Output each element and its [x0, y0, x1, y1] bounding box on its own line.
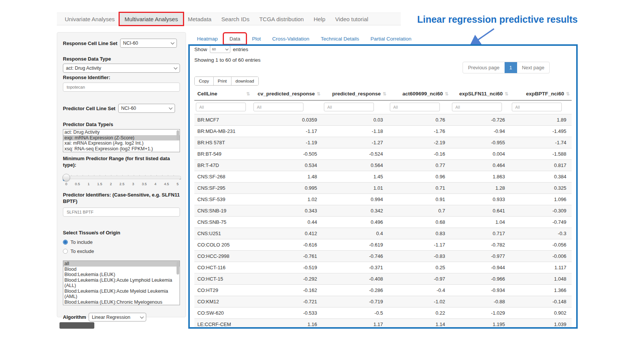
value-cell: 0.384 — [510, 171, 572, 183]
chevron-down-icon — [225, 47, 228, 50]
listbox-option-blood-leukemia-leuk[interactable]: Blood:Leukemia (LEUK) — [63, 272, 180, 278]
value-cell: -1.17 — [252, 126, 322, 137]
tab-cross-validation[interactable]: Cross-Validation — [267, 33, 315, 44]
response-cell-line-set-label: Response Cell Line Set — [63, 40, 117, 47]
sort-icon[interactable]: ⇅ — [246, 91, 250, 97]
value-cell: 0.564 — [322, 160, 388, 171]
column-header-expslfn11-nci60: expSLFN11_nci60⇅ — [450, 88, 510, 100]
page-number-button[interactable]: 1 — [505, 62, 517, 73]
listbox-option-blood-leukemia-leuk-acute-myeloid-leukemia-aml[interactable]: Blood:Leukemia (LEUK):Acute Myeloid Leuk… — [63, 289, 180, 300]
tab-technical-details[interactable]: Technical Details — [315, 33, 365, 44]
value-cell: 0.994 — [322, 194, 388, 205]
filter-input-predicted-response[interactable] — [324, 103, 374, 111]
value-cell: 1.04 — [450, 217, 510, 228]
value-cell: 0.717 — [450, 228, 510, 239]
cellline-cell: CNS:U251 — [194, 228, 252, 239]
show-entries-select[interactable]: 60 — [210, 45, 230, 53]
slider-track[interactable] — [63, 176, 181, 179]
tab-heatmap[interactable]: Heatmap — [191, 33, 224, 44]
algorithm-value: Linear Regression — [92, 315, 130, 320]
value-cell: -0.524 — [322, 148, 388, 160]
export-buttons: CopyPrintdownload — [194, 76, 259, 86]
filter-input-expbptf-nci60[interactable] — [512, 103, 562, 111]
chevron-down-icon — [174, 66, 178, 70]
filter-cell-predicted-response — [322, 100, 388, 114]
filter-input-act609699-nci60[interactable] — [390, 103, 440, 111]
tab-data[interactable]: Data — [224, 33, 247, 44]
filter-input-cellline[interactable] — [196, 103, 246, 111]
column-header-inner: cv_predicted_response⇅ — [255, 91, 320, 97]
scrollbar-thumb[interactable] — [177, 130, 179, 140]
value-cell: -0.5 — [322, 307, 388, 319]
sort-icon[interactable]: ⇅ — [505, 91, 508, 97]
listbox-option-act-drug-activity[interactable]: act: Drug Activity — [63, 130, 180, 135]
predictor-identifiers-input[interactable] — [63, 208, 180, 217]
value-cell: -1.19 — [252, 137, 322, 148]
print-button[interactable]: Print — [214, 77, 231, 85]
radio-to-exclude[interactable]: To exclude — [63, 248, 180, 254]
value-cell: 1.039 — [510, 319, 572, 329]
value-cell: -1.18 — [322, 126, 388, 137]
value-cell: -0.88 — [450, 296, 510, 307]
listbox-option-xai-mrna-expression-avg-log2-int[interactable]: xai: mRNA Expression (Avg. log2 Int.) — [63, 140, 180, 146]
next-page-button[interactable]: Next page — [517, 62, 549, 73]
chevron-down-icon — [170, 41, 174, 45]
value-cell: -1.029 — [450, 307, 510, 319]
value-cell: 0.03 — [322, 114, 388, 126]
table-row: CNS:SF-5391.020.9940.910.9331.096 — [194, 194, 572, 205]
sort-icon[interactable]: ⇅ — [317, 91, 320, 97]
sort-icon[interactable]: ⇅ — [445, 91, 448, 97]
value-cell: 1.48 — [252, 171, 322, 183]
slider-handle[interactable] — [63, 174, 70, 181]
response-identifier-input[interactable] — [63, 83, 180, 92]
tab-plot[interactable]: Plot — [246, 33, 266, 44]
scrollbar-thumb[interactable] — [177, 262, 179, 275]
sort-icon[interactable]: ⇅ — [383, 91, 386, 97]
response-data-type-select[interactable]: act: Drug Activity — [63, 64, 180, 73]
slider-tick-3: 3 — [130, 182, 136, 186]
nav-item-univariate-analyses[interactable]: Univariate Analyses — [60, 13, 120, 25]
response-data-type-value: act: Drug Activity — [66, 66, 101, 71]
listbox-option-xsq-rna-seq-expression-log2-fpkm-1[interactable]: xsq: RNA-seq Expression (log2 FPKM+1.) — [63, 146, 180, 152]
response-cell-line-set-value: NCI-60 — [123, 41, 138, 46]
listbox-option-exp-mrna-expression-z-score[interactable]: exp: mRNA Expression (Z-Score) — [63, 135, 180, 141]
download-button[interactable]: download — [231, 77, 258, 85]
show-entries-value: 60 — [212, 47, 216, 51]
predictor-cell-line-set-select[interactable]: NCI-60 — [118, 104, 175, 113]
value-cell: 1.17 — [322, 319, 388, 329]
tissue-origin-radios: To includeTo exclude — [63, 239, 180, 254]
sort-icon[interactable]: ⇅ — [566, 91, 569, 97]
value-cell: -0.056 — [510, 239, 572, 251]
value-cell: 0.641 — [450, 205, 510, 217]
response-cell-line-set-select[interactable]: NCI-60 — [120, 39, 177, 48]
show-entries-prefix: Show — [194, 47, 207, 52]
previous-page-button[interactable]: Previous page — [463, 62, 504, 73]
value-cell: -0.519 — [252, 262, 322, 273]
filter-cell-cv-predicted-response — [252, 100, 322, 114]
listbox-option-blood-leukemia-leuk-chronic-myelogenous-leukemia-cml[interactable]: Blood:Leukemia (LEUK):Chronic Myelogenou… — [63, 300, 180, 306]
radio-to-include[interactable]: To include — [63, 239, 180, 245]
nav-item-metadata[interactable]: Metadata — [183, 13, 217, 25]
filter-input-cv-predicted-response[interactable] — [253, 103, 303, 111]
value-cell: 1.14 — [388, 319, 450, 329]
listbox-option-all[interactable]: all — [63, 261, 180, 267]
table-row: CO:HCC-2998-0.761-0.746-0.83-0.977-0.006 — [194, 251, 572, 262]
value-cell: 0.496 — [322, 217, 388, 228]
nav-item-tcga-distribution[interactable]: TCGA distribution — [254, 13, 309, 25]
column-header-predicted-response: predicted_response⇅ — [322, 88, 388, 100]
algorithm-select[interactable]: Linear Regression — [89, 313, 146, 321]
value-cell: 0.22 — [388, 307, 450, 319]
tab-partial-correlation[interactable]: Partial Correlation — [365, 33, 417, 44]
copy-button[interactable]: Copy — [195, 77, 214, 85]
nav-item-video-tutorial[interactable]: Video tutorial — [330, 13, 373, 25]
listbox-option-blood[interactable]: Blood — [63, 267, 180, 272]
nav-item-multivariate-analyses[interactable]: Multivariate Analyses — [120, 13, 183, 25]
nav-item-help[interactable]: Help — [309, 13, 330, 25]
cellline-cell: CNS:SNB-19 — [194, 205, 252, 217]
listbox-option-blood-leukemia-leuk-acute-lymphoid-leukemia-all[interactable]: Blood:Leukemia (LEUK):Acute Lymphoid Leu… — [63, 278, 180, 289]
filter-cell-cellline — [194, 100, 252, 114]
filter-input-expslfn11-nci60[interactable] — [452, 103, 502, 111]
nav-item-search-ids[interactable]: Search IDs — [216, 13, 254, 25]
filter-cell-act609699-nci60 — [388, 100, 450, 114]
value-cell: -0.719 — [322, 296, 388, 307]
